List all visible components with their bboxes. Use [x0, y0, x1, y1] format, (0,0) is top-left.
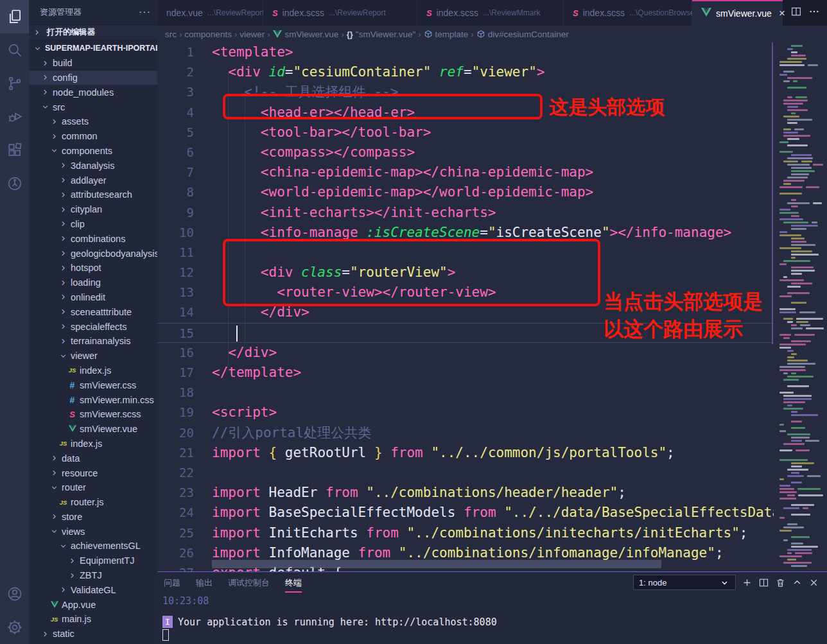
tree-folder-build[interactable]: build	[29, 56, 157, 71]
panel-tab-item[interactable]: 调试控制台	[227, 575, 271, 591]
tree-folder-components[interactable]: components	[29, 144, 157, 159]
source-control-icon[interactable]	[0, 67, 29, 100]
open-editors-section[interactable]: 打开的编辑器	[29, 24, 157, 40]
tree-item-label: ZBTJ	[80, 570, 102, 580]
chevron-down-icon	[58, 541, 69, 552]
breadcrumb-item[interactable]: div#cesiumContainer	[476, 30, 569, 39]
tree-folder-src[interactable]: src	[29, 100, 157, 114]
tree-item-label: resource	[62, 468, 98, 478]
vue-file-icon	[67, 424, 78, 435]
kill-terminal-icon[interactable]	[775, 577, 786, 588]
tree-folder-clip[interactable]: clip	[29, 217, 157, 232]
tab-index-scss[interactable]: Sindex.scss...\ReviewMmark	[417, 0, 564, 26]
terminal-selector[interactable]: 1: node	[633, 575, 736, 590]
vertical-scrollbar[interactable]	[772, 42, 773, 344]
tree-folder-terrainanalysis[interactable]: terrainanalysis	[29, 334, 157, 349]
close-panel-icon[interactable]	[808, 577, 819, 588]
tree-folder-addlayer[interactable]: addlayer	[29, 173, 157, 187]
tree-folder-data[interactable]: data	[29, 451, 157, 466]
tree-folder-geologicbodyanalysis[interactable]: geologicbodyanalysis	[29, 246, 157, 261]
new-terminal-icon[interactable]	[742, 577, 753, 588]
more-actions-icon[interactable]: ···	[139, 6, 151, 18]
tree-folder-supermap-iearth-iportal-[interactable]: SUPERMAP-IEARTH-IPORTAL...	[29, 41, 157, 56]
js-file-icon: JS	[67, 365, 78, 376]
tree-folder-validategl[interactable]: ValidateGL	[29, 582, 157, 597]
panel-tab-terminal-active[interactable]: 终端	[284, 575, 303, 591]
tree-folder-sceneatttribute[interactable]: sceneatttribute	[29, 304, 157, 319]
tree-file-index-js[interactable]: JSindex.js	[29, 363, 157, 378]
maximize-panel-icon[interactable]	[792, 577, 803, 588]
more-actions-icon[interactable]	[808, 6, 820, 20]
code-editor[interactable]: 1<template>2 <div id="cesiumContainer" r…	[157, 42, 827, 571]
breadcrumb-item[interactable]: components	[184, 30, 232, 39]
tree-folder-hotspot[interactable]: hotspot	[29, 261, 157, 275]
explorer-icon[interactable]	[0, 0, 29, 33]
tree-folder-3danalysis[interactable]: 3danalysis	[29, 158, 157, 173]
tree-folder-equipmenttj[interactable]: EquipmentTJ	[29, 553, 157, 568]
tree-folder-combinations[interactable]: combinations	[29, 231, 157, 246]
tree-item-label: cityplan	[71, 204, 102, 214]
app-monitor-icon[interactable]	[0, 167, 29, 200]
line-number: 19	[157, 403, 194, 422]
tree-folder-attributesearch[interactable]: attributesearch	[29, 187, 157, 202]
extensions-icon[interactable]	[0, 134, 29, 167]
tab-index-scss[interactable]: Sindex.scss...\ReviewReport	[263, 0, 417, 26]
run-debug-icon[interactable]	[0, 100, 29, 134]
chevron-right-icon	[40, 58, 51, 69]
tab-smviewer-vue[interactable]: smViewer.vue×	[692, 0, 783, 26]
tree-file-main-js[interactable]: JSmain.js	[29, 612, 157, 627]
tree-file-smviewer-vue[interactable]: smViewer.vue	[29, 422, 157, 437]
tree-file-router-js[interactable]: JSrouter.js	[29, 495, 157, 510]
tree-folder-common[interactable]: common	[29, 129, 157, 144]
tree-item-label: SUPERMAP-IEARTH-IPORTAL...	[45, 44, 157, 53]
terminal-output[interactable]: 10:23:08 I Your application is running h…	[162, 595, 822, 644]
symbol-cube-icon	[476, 30, 485, 39]
tree-folder-viewer[interactable]: viewer	[29, 349, 157, 363]
tree-folder-cityplan[interactable]: cityplan	[29, 202, 157, 217]
tree-folder-assets[interactable]: assets	[29, 114, 157, 129]
tree-folder-views[interactable]: views	[29, 524, 157, 539]
panel-tab-item[interactable]: 问题	[162, 575, 182, 591]
minimap[interactable]	[777, 42, 827, 571]
breadcrumb-label: smViewer.vue	[285, 30, 339, 39]
tree-folder-loading[interactable]: loading	[29, 275, 157, 290]
tree-item-label: router	[62, 482, 86, 492]
tree-folder-zbtj[interactable]: ZBTJ	[29, 568, 157, 583]
tree-file-index-js[interactable]: JSindex.js	[29, 437, 157, 451]
tree-folder-node-modules[interactable]: node_modules	[29, 85, 157, 100]
breadcrumb-item[interactable]: template	[424, 30, 469, 39]
account-icon[interactable]	[0, 577, 29, 611]
line-number: 22	[157, 463, 194, 483]
tree-folder-resource[interactable]: resource	[29, 466, 157, 480]
tab-index-scss[interactable]: Sindex.scss...\QuestionBrowse	[564, 0, 692, 26]
tree-folder-specialeffects[interactable]: specialeffects	[29, 319, 157, 334]
tree-file-app-vue[interactable]: App.vue	[29, 597, 157, 612]
tree-folder-router[interactable]: router	[29, 480, 157, 495]
chevron-down-icon	[49, 482, 60, 493]
chevron-down-icon	[40, 101, 51, 112]
panel-tab-item[interactable]: 输出	[195, 575, 214, 591]
breadcrumb-item[interactable]: smViewer.vue	[273, 30, 339, 39]
tree-file-smviewer-css[interactable]: #smViewer.css	[29, 378, 157, 392]
tree-folder-onlinedit[interactable]: onlinedit	[29, 290, 157, 305]
tree-folder-config[interactable]: config	[29, 71, 157, 85]
split-editor-icon[interactable]	[790, 6, 802, 20]
tree-folder-achievementsgl[interactable]: achievementsGL	[29, 539, 157, 553]
tree-folder-store[interactable]: store	[29, 510, 157, 525]
settings-icon[interactable]	[0, 611, 29, 644]
breadcrumb-item[interactable]: viewer	[239, 30, 265, 39]
split-terminal-icon[interactable]	[758, 577, 769, 588]
horizontal-scrollbar[interactable]	[212, 560, 661, 568]
tree-folder-static[interactable]: static	[29, 627, 157, 641]
breadcrumb-item[interactable]: {}"smViewer.vue"	[347, 30, 416, 39]
tab-label: index.scss	[437, 8, 478, 18]
chevron-right-icon	[58, 321, 69, 332]
tree-file-smviewer-scss[interactable]: SsmViewer.scss	[29, 407, 157, 422]
tree-item-label: main.js	[62, 614, 91, 624]
breadcrumb-item[interactable]: src	[165, 30, 177, 39]
search-icon[interactable]	[0, 33, 29, 67]
tree-file-smviewer-min-css[interactable]: #smViewer.min.css	[29, 392, 157, 407]
tab-ndex-vue[interactable]: ndex.vue...\ReviewReport	[157, 0, 263, 26]
line-number: 2	[157, 62, 194, 82]
code-lines[interactable]: 1<template>2 <div id="cesiumContainer" r…	[157, 42, 774, 571]
